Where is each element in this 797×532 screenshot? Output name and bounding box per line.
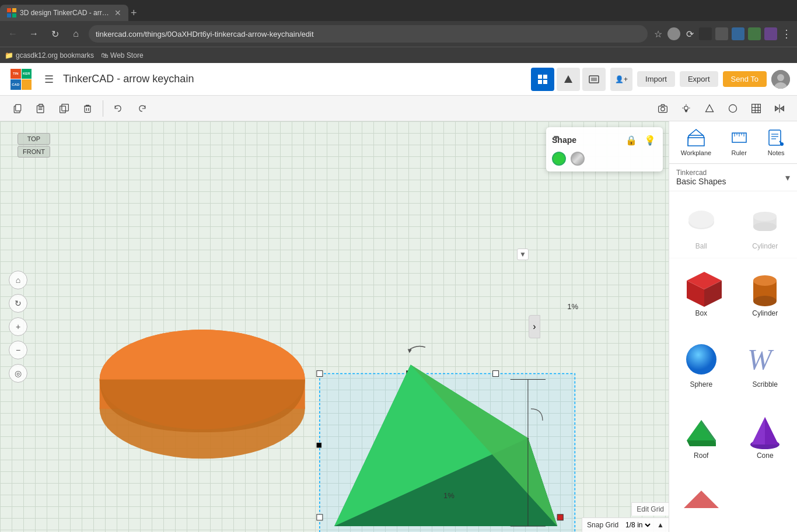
lock-icon[interactable]: 🔒 (624, 133, 638, 147)
extension3-icon[interactable] (732, 27, 744, 40)
svg-marker-69 (689, 130, 703, 135)
ruler-tool[interactable]: Ruler (725, 126, 753, 159)
svg-rect-22 (85, 106, 90, 112)
color-row: ▼ (552, 152, 657, 166)
svg-rect-17 (39, 104, 43, 106)
svg-rect-3 (12, 13, 16, 18)
add-user-icon: 👤+ (615, 75, 628, 83)
snap-grid-select[interactable]: 1/8 in 1/4 in 1/2 in 1 in (623, 520, 652, 530)
workplane-icon (687, 128, 705, 147)
svg-rect-68 (688, 138, 704, 146)
solid-color-swatch[interactable] (552, 152, 566, 166)
profile-icon[interactable] (667, 27, 680, 40)
shape-cylinder[interactable]: Cylinder (733, 258, 798, 330)
shape-scribble[interactable]: W Scribble (733, 330, 798, 401)
svg-point-94 (753, 296, 777, 306)
svg-point-96 (686, 344, 716, 374)
workplane-tool[interactable]: Workplane (676, 126, 716, 159)
svg-rect-6 (538, 80, 542, 84)
svg-rect-4 (538, 75, 542, 79)
paste-btn[interactable] (30, 98, 51, 119)
delete-btn[interactable] (77, 98, 98, 119)
grid-btn[interactable] (746, 98, 767, 119)
sidebar-collapse-btn[interactable]: › (529, 315, 540, 338)
svg-rect-8 (566, 80, 571, 82)
duplicate-btn[interactable] (54, 98, 75, 119)
shape-cylinder-top[interactable]: Cylinder (733, 191, 798, 258)
ball-preview (681, 199, 722, 240)
tab-title: 3D design TinkerCAD - arrow ke... (20, 9, 111, 17)
edit-grid-btn[interactable]: Edit Grid (631, 502, 669, 516)
extra1-preview (681, 479, 722, 520)
active-tab[interactable]: 3D design TinkerCAD - arrow ke... ✕ (0, 5, 128, 21)
reload-btn[interactable]: ↻ (47, 26, 63, 42)
camera-btn[interactable] (652, 98, 673, 119)
user-avatar[interactable] (771, 70, 790, 89)
sendto-btn[interactable]: Send To (723, 71, 767, 87)
undo-btn[interactable] (108, 98, 129, 119)
menu-btn[interactable]: ⋮ (781, 28, 792, 40)
home-btn[interactable]: ⌂ (68, 26, 84, 42)
copy-btn[interactable] (7, 98, 28, 119)
dropdown-arrow[interactable]: ▼ (552, 133, 560, 142)
sync-icon[interactable]: ⟳ (684, 28, 695, 40)
svg-point-26 (661, 107, 665, 111)
shape-sphere[interactable]: Sphere (669, 330, 733, 401)
extension5-icon[interactable] (764, 27, 777, 40)
shape-dropdown-btn[interactable]: ▼ (517, 249, 529, 260)
new-tab-btn[interactable]: + (131, 5, 137, 21)
svg-point-95 (753, 275, 777, 286)
svg-rect-1 (12, 8, 16, 12)
redo-btn[interactable] (131, 98, 152, 119)
shape-ball[interactable]: Ball (669, 191, 733, 258)
roof-label: Roof (694, 452, 708, 460)
hamburger-btn[interactable]: ☰ (42, 71, 56, 88)
sim-btn[interactable] (582, 68, 606, 91)
dimension-label-1: 1% (567, 302, 578, 311)
sidebar-tools: Workplane Ruler (669, 121, 797, 164)
extension1-icon[interactable] (699, 27, 712, 40)
svg-rect-5 (543, 75, 547, 79)
shape-outline-btn[interactable] (699, 98, 720, 119)
svg-marker-99 (687, 440, 716, 446)
back-btn[interactable]: ← (5, 26, 21, 42)
shape-panel-controls: 🔒 💡 (624, 133, 657, 147)
grid-view-btn[interactable] (531, 68, 554, 91)
svg-rect-10 (591, 78, 597, 81)
bookmark-webstore[interactable]: 🛍 Web Store (101, 51, 143, 60)
notes-tool[interactable]: Notes (762, 126, 790, 159)
forward-btn[interactable]: → (26, 26, 42, 42)
bookmark-gcasdk[interactable]: 📁 gcasdk12.org bookmarks (5, 51, 94, 60)
bulb-icon[interactable]: 💡 (643, 133, 657, 147)
snap-grid: Snap Grid 1/8 in 1/4 in 1/2 in 1 in ▲ (582, 517, 669, 532)
build-btn[interactable] (557, 68, 580, 91)
add-user-btn[interactable]: 👤+ (610, 68, 632, 91)
hole-color-swatch[interactable] (571, 152, 585, 166)
shape-cone[interactable]: Cone (733, 401, 798, 472)
extensions-icon[interactable]: ☆ (652, 28, 664, 40)
shape-roof[interactable]: Roof (669, 401, 733, 472)
box-label: Box (695, 309, 707, 317)
extension4-icon[interactable] (748, 27, 761, 40)
shape-panel: Shape 🔒 💡 ▼ (546, 127, 663, 172)
import-btn[interactable]: Import (637, 71, 675, 87)
cone-preview (744, 408, 785, 449)
tab-close-btn[interactable]: ✕ (114, 8, 121, 18)
extension2-icon[interactable] (715, 27, 728, 40)
tab-favicon (7, 8, 16, 18)
canvas-area[interactable]: TOP FRONT ⌂ ↻ + − ◎ (0, 121, 669, 532)
export-btn[interactable]: Export (680, 71, 718, 87)
address-bar[interactable] (89, 25, 648, 43)
shape-extra-1[interactable] (669, 471, 733, 532)
sidebar-category-dropdown[interactable]: Tinkercad Basic Shapes ▾ (669, 164, 797, 191)
ruler-label: Ruler (732, 149, 747, 156)
sidebar-category-parent: Tinkercad (676, 169, 726, 177)
shape-box[interactable]: Box (669, 258, 733, 330)
nav-icons: ☆ ⟳ ⋮ (652, 27, 792, 40)
circle-outline-btn[interactable] (722, 98, 743, 119)
notes-label: Notes (768, 149, 785, 156)
shape-panel-header: Shape 🔒 💡 (552, 133, 657, 147)
mirror-btn[interactable] (769, 98, 790, 119)
light-btn[interactable] (676, 98, 697, 119)
logo-tin: TIN (11, 69, 21, 79)
